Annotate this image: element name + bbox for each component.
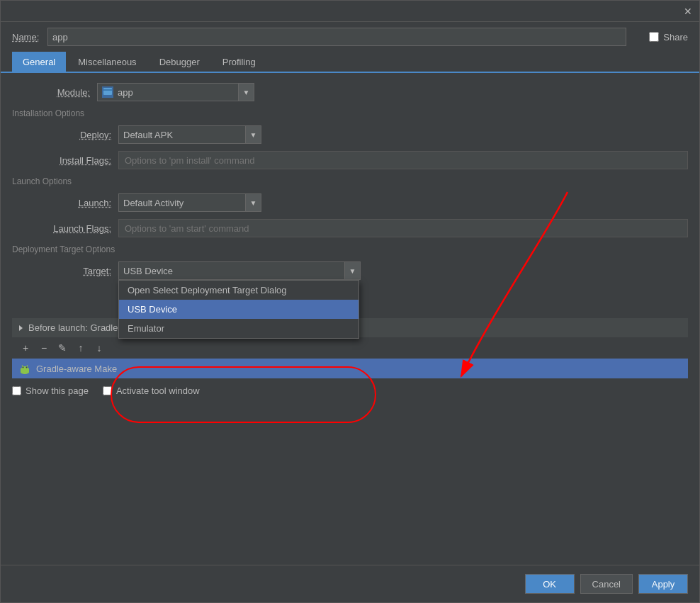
launch-flags-row: Launch Flags: — [12, 219, 688, 237]
target-option-dialog[interactable]: Open Select Deployment Target Dialog — [119, 281, 359, 300]
launch-flags-label: Launch Flags: — [33, 223, 111, 234]
deploy-label: Deploy: — [33, 130, 111, 140]
target-label: Target: — [33, 266, 111, 276]
tab-general[interactable]: General — [12, 52, 66, 72]
deploy-dropdown-arrow[interactable]: ▼ — [246, 125, 261, 144]
share-row: Share — [649, 32, 688, 43]
target-dropdown-container: USB Device ▼ Open Select Deployment Targ… — [118, 261, 361, 280]
edit-button[interactable]: ✎ — [55, 340, 70, 356]
title-bar: ✕ — [1, 1, 699, 22]
svg-point-7 — [26, 367, 28, 368]
target-dropdown-wrapper: USB Device ▼ — [118, 261, 361, 280]
activate-window-checkbox-label[interactable]: Activate tool window — [103, 385, 200, 396]
move-up-button[interactable]: ↑ — [73, 340, 89, 356]
module-dropdown-arrow[interactable]: ▼ — [239, 83, 254, 101]
android-icon — [19, 363, 30, 374]
launch-label: Launch: — [33, 198, 111, 208]
collapse-triangle-icon — [19, 325, 23, 331]
deploy-select[interactable]: Default APK APK from app bundle Nothing — [118, 125, 246, 144]
svg-line-8 — [22, 365, 23, 366]
show-page-checkbox[interactable] — [12, 386, 21, 395]
tab-miscellaneous[interactable]: Miscellaneous — [67, 52, 147, 72]
show-page-label: Show this page — [26, 385, 89, 396]
svg-rect-0 — [103, 88, 112, 95]
target-option-usb[interactable]: USB Device — [119, 300, 359, 319]
svg-point-6 — [23, 367, 24, 368]
svg-line-9 — [27, 365, 28, 366]
install-flags-input[interactable] — [118, 151, 688, 169]
move-down-button[interactable]: ↓ — [91, 340, 107, 356]
module-dropdown-wrapper: app ▼ — [97, 83, 254, 101]
installation-options-label: Installation Options — [12, 108, 688, 118]
deployment-target-label: Deployment Target Options — [12, 244, 688, 254]
activate-window-label: Activate tool window — [116, 385, 200, 396]
run-config-dialog: ✕ Name: Share General Miscellaneous Debu… — [0, 0, 700, 603]
name-input[interactable] — [47, 28, 626, 46]
module-value: app — [118, 87, 234, 98]
tab-profiling[interactable]: Profiling — [212, 52, 266, 72]
apply-button[interactable]: Apply — [638, 574, 688, 594]
before-launch-item[interactable]: Gradle-aware Make — [12, 359, 688, 378]
share-label: Share — [663, 32, 688, 43]
tabs-row: General Miscellaneous Debugger Profiling — [1, 52, 699, 73]
target-select[interactable]: USB Device — [118, 261, 345, 280]
cancel-button[interactable]: Cancel — [580, 574, 633, 594]
name-row: Name: Share — [1, 22, 699, 52]
module-label: Module: — [12, 87, 90, 98]
footer: OK Cancel Apply — [1, 565, 699, 602]
activate-window-checkbox[interactable] — [103, 386, 112, 395]
target-value: USB Device — [123, 266, 340, 276]
target-dropdown-arrow[interactable]: ▼ — [345, 261, 361, 280]
ok-button[interactable]: OK — [525, 574, 575, 594]
module-icon — [102, 86, 113, 98]
target-dropdown-popup: Open Select Deployment Target Dialog USB… — [118, 280, 359, 339]
install-flags-row: Install Flags: — [12, 151, 688, 169]
share-checkbox[interactable] — [649, 32, 659, 42]
target-row: Target: USB Device ▼ Open Select Deploym… — [12, 261, 688, 280]
deploy-row: Deploy: Default APK APK from app bundle … — [12, 125, 688, 144]
launch-dropdown-arrow[interactable]: ▼ — [246, 193, 261, 212]
launch-options-label: Launch Options — [12, 176, 688, 186]
module-select[interactable]: app — [97, 83, 239, 101]
install-flags-label: Install Flags: — [33, 155, 111, 166]
module-row: Module: app ▼ — [12, 83, 688, 101]
content-area: Module: app ▼ Installation Options Deplo… — [1, 73, 699, 297]
close-button[interactable]: ✕ — [682, 6, 694, 17]
svg-rect-1 — [103, 89, 112, 91]
bottom-row: Show this page Activate tool window — [1, 378, 699, 403]
tab-debugger[interactable]: Debugger — [149, 52, 210, 72]
before-launch-toolbar: + − ✎ ↑ ↓ — [12, 337, 688, 359]
launch-row: Launch: Default Activity Specified Activ… — [12, 193, 688, 212]
show-page-checkbox-label[interactable]: Show this page — [12, 385, 89, 396]
launch-select[interactable]: Default Activity Specified Activity Noth… — [118, 193, 246, 212]
add-button[interactable]: + — [18, 340, 33, 356]
remove-button[interactable]: − — [36, 340, 52, 356]
before-launch-item-label: Gradle-aware Make — [36, 364, 117, 374]
deploy-dropdown-wrapper: Default APK APK from app bundle Nothing … — [118, 125, 261, 144]
target-option-emulator[interactable]: Emulator — [119, 319, 359, 338]
launch-dropdown-wrapper: Default Activity Specified Activity Noth… — [118, 193, 261, 212]
name-label: Name: — [12, 32, 47, 43]
launch-flags-input[interactable] — [118, 219, 688, 237]
